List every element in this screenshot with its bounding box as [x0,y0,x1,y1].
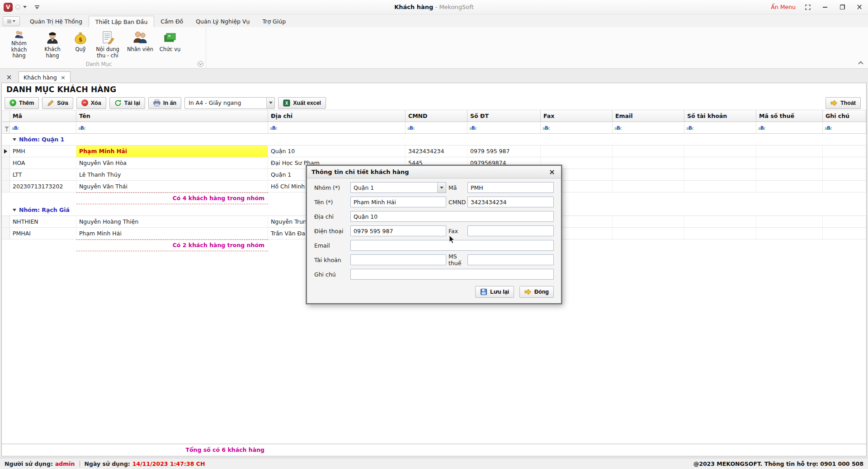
id-card-field[interactable] [467,197,554,207]
address-field[interactable] [350,211,554,222]
cell-ma: NHTHIEN [10,216,76,227]
delete-button[interactable]: Xóa [76,97,106,109]
add-button[interactable]: Thêm [5,97,39,109]
cell-ma: PMH [10,145,76,157]
group-select[interactable]: Quận 1 [350,182,446,193]
cell-so-dt: 0979 595 987 [467,145,541,157]
cell-email [613,169,684,180]
svg-text:c: c [84,126,85,131]
group-row-quan-1[interactable]: Nhóm: Quận 1 [2,134,866,145]
ribbon-item-customer[interactable]: Khách hàng [36,29,69,60]
phone-field[interactable] [350,225,446,236]
close-dialog-button[interactable]: Đóng [519,286,554,298]
filter-cell-ma[interactable]: aBc [10,122,76,133]
position-icon [162,30,178,45]
name-field[interactable] [350,197,446,207]
save-button[interactable]: Lưu lại [475,286,514,298]
col-header-ma[interactable]: Mã [10,110,76,122]
toolbar: Thêm Sửa Xóa Tải lại [2,96,866,110]
print-button[interactable]: In ấn [148,97,181,109]
svg-text:c: c [830,126,832,131]
address-label: Địa chỉ [314,213,350,220]
application-menu-button[interactable] [3,16,20,26]
col-header-so-dt[interactable]: Số ĐT [467,110,541,122]
cell-ten: Nguyễn Hoàng Thiện [76,216,268,227]
collapse-group-icon[interactable] [13,209,16,211]
phone-label: Điện thoại [314,228,350,234]
col-header-fax[interactable]: Fax [541,110,613,122]
tax-code-field[interactable] [467,254,554,265]
col-header-ma-so-thue[interactable]: Mã số thuế [756,110,823,122]
quick-access-circle-icon[interactable] [15,5,20,9]
ribbon-item-customer-group[interactable]: Nhóm khách hàng [4,29,34,60]
col-header-so-tai-khoan[interactable]: Số tài khoản [684,110,756,122]
ribbon-item-staff[interactable]: Nhân viên [125,29,156,60]
restore-icon[interactable] [837,3,847,12]
doc-tab-khach-hang[interactable]: Khách hàng [19,71,71,83]
ribbon-item-income-expense[interactable]: Nội dung thu - chi [92,29,123,60]
ribbon-tab-initial-setup[interactable]: Thiết Lập Ban Đầu [89,16,155,27]
copyright-text: @2023 MEKONGSOFT. Thông tin hỗ trợ: 0901… [693,460,863,467]
note-field[interactable] [350,269,554,280]
group-label: Nhóm (*) [314,184,350,191]
filter-cell-ma-so-thue[interactable]: aBc [756,122,823,133]
exit-button[interactable]: Thoát [826,97,861,109]
group-summary-text: Có 2 khách hàng trong nhóm [76,239,268,251]
filter-icon [5,127,9,129]
mouse-cursor [449,235,455,244]
code-field[interactable] [467,182,554,193]
col-header-dia-chi[interactable]: Địa chỉ [268,110,406,122]
edit-button[interactable]: Sửa [42,97,73,109]
filter-cell-ghi-chu[interactable]: aBc [823,122,866,133]
filter-cell-ten[interactable]: aBc [76,122,268,133]
close-all-tabs-icon[interactable] [4,73,14,82]
reload-button[interactable]: Tải lại [109,97,145,109]
chevron-down-icon[interactable] [437,183,446,192]
close-icon[interactable] [854,3,864,12]
note-label: Ghi chú [314,271,350,278]
ribbon-tab-business[interactable]: Quản Lý Nghiệp Vụ [189,16,256,27]
col-header-email[interactable]: Email [613,110,684,122]
ribbon-tab-system-admin[interactable]: Quản Trị Hệ Thống [24,16,89,27]
ribbon-tab-help[interactable]: Trợ Giúp [256,16,292,27]
cell-ten: Phạm Minh Hải [76,228,268,239]
cell-email [613,157,684,169]
fullscreen-icon[interactable] [803,3,813,12]
account-field[interactable] [350,254,446,265]
filter-cell-so-dt[interactable]: aBc [467,122,541,133]
ribbon-collapse-icon[interactable] [858,61,863,66]
ribbon-group-caption: Danh Mục [0,61,198,67]
ribbon-tab-pawn[interactable]: Cầm Đồ [154,16,189,27]
plus-icon [9,99,16,106]
filter-cell-cmnd[interactable]: aBc [406,122,467,133]
ribbon-item-position[interactable]: Chức vụ [157,29,183,60]
export-excel-button[interactable]: X Xuất excel [278,97,326,109]
dialog-close-icon[interactable] [547,168,557,176]
minimize-icon[interactable] [820,3,830,12]
table-row[interactable]: PMH Phạm Minh Hải Quận 10 3423434234 097… [2,145,866,157]
dialog-title-bar[interactable]: Thông tin chi tiết khách hàng [307,166,561,178]
print-format-select[interactable]: In A4 - Giấy ngang [184,97,275,109]
id-card-label: CMND [446,199,467,206]
col-header-ghi-chu[interactable]: Ghi chú [823,110,866,122]
quick-access-dropdown-icon[interactable] [23,6,27,8]
filter-cell-dia-chi[interactable]: aBc [268,122,406,133]
filter-cell-email[interactable]: aBc [613,122,684,133]
chevron-down-icon[interactable] [266,98,274,108]
pencil-icon [47,99,54,107]
ribbon-item-fund[interactable]: $ Quỹ [71,29,90,60]
row-indicator-header [2,110,10,122]
ribbon-group-options-icon[interactable] [198,61,203,67]
close-tab-icon[interactable] [61,74,66,81]
customize-toolbar-icon[interactable] [35,5,39,9]
hide-menu-link[interactable]: Ẩn Menu [771,4,796,10]
col-header-cmnd[interactable]: CMND [406,110,467,122]
cell-ma: LTT [10,169,76,180]
document-tab-strip: Khách hàng [1,71,867,83]
filter-cell-so-tai-khoan[interactable]: aBc [684,122,756,133]
filter-cell-fax[interactable]: aBc [541,122,613,133]
fax-field[interactable] [467,225,554,236]
collapse-group-icon[interactable] [13,138,16,141]
col-header-ten[interactable]: Tên [76,110,268,122]
filter-gutter [2,122,10,133]
